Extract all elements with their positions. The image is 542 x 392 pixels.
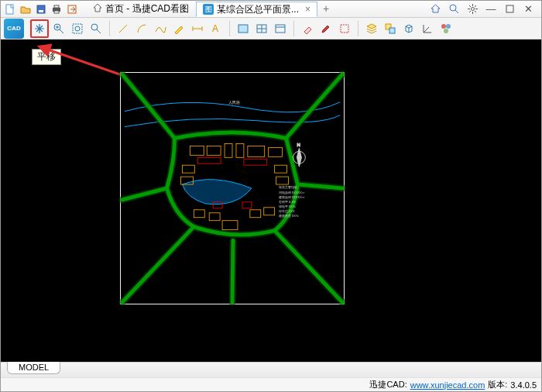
cad-viewport: N 规划主要指标 用地面积 XXXXX㎡ 建筑面积 XXXXX㎡ 容积率 X.X…	[120, 72, 345, 304]
svg-line-17	[469, 11, 471, 12]
menu-bar: 首页 - 迅捷CAD看图 图 某综合区总平面景... × + — ✕	[1, 1, 541, 18]
svg-text:人民路: 人民路	[228, 100, 240, 105]
svg-point-9	[471, 8, 474, 11]
save-icon[interactable]	[35, 3, 47, 15]
arc-button[interactable]	[133, 20, 150, 37]
svg-text:规划主要指标: 规划主要指标	[279, 185, 297, 189]
zoom-in-icon[interactable]	[448, 4, 459, 15]
svg-rect-40	[389, 28, 395, 33]
svg-rect-36	[276, 25, 285, 33]
layers-button[interactable]	[363, 20, 380, 37]
new-file-icon[interactable]	[4, 3, 16, 15]
home2-icon[interactable]	[430, 4, 441, 15]
svg-point-45	[446, 24, 451, 29]
svg-rect-0	[6, 5, 13, 14]
svg-line-43	[424, 27, 429, 33]
svg-line-26	[97, 29, 101, 33]
svg-line-20	[60, 29, 63, 33]
tab-file-badge: 图	[203, 4, 214, 15]
svg-text:N: N	[297, 143, 300, 147]
svg-line-8	[455, 10, 458, 13]
status-brand: 迅捷CAD:	[369, 379, 406, 390]
minimize-icon[interactable]: —	[485, 4, 496, 15]
export-icon[interactable]	[66, 3, 78, 15]
spline-button[interactable]	[152, 20, 169, 37]
zoom-extents-button[interactable]	[69, 20, 86, 37]
svg-point-7	[450, 5, 456, 11]
svg-point-24	[75, 26, 80, 31]
close-icon[interactable]: ✕	[523, 4, 533, 15]
status-url-link[interactable]: www.xunjiecad.com	[410, 380, 485, 390]
swap-button[interactable]	[382, 20, 399, 37]
plus-icon: +	[323, 2, 329, 15]
rect-select-button[interactable]	[336, 20, 353, 37]
fit-button[interactable]	[87, 20, 105, 37]
table-button[interactable]	[253, 20, 270, 37]
svg-point-25	[91, 24, 98, 30]
svg-rect-18	[506, 5, 513, 12]
svg-text:A: A	[212, 23, 218, 34]
tab-file[interactable]: 图 某综合区总平面景... ×	[196, 2, 317, 17]
pan-button[interactable]	[30, 19, 49, 38]
svg-rect-38	[341, 25, 348, 33]
brush-button[interactable]	[317, 20, 334, 37]
tab-file-label: 某综合区总平面景...	[217, 3, 299, 16]
svg-rect-5	[54, 11, 59, 13]
bottom-tabs: MODEL	[1, 362, 541, 377]
box3d-button[interactable]	[400, 20, 417, 37]
svg-text:建筑面积 XXXXX㎡: 建筑面积 XXXXX㎡	[278, 195, 305, 199]
svg-rect-4	[54, 5, 59, 8]
svg-point-46	[444, 29, 448, 33]
svg-rect-32	[238, 25, 248, 33]
app-window: 首页 - 迅捷CAD看图 图 某综合区总平面景... × + — ✕ CAD	[0, 0, 542, 392]
tab-add[interactable]: +	[317, 1, 334, 16]
status-version: 3.4.0.5	[510, 380, 537, 390]
status-bar: 迅捷CAD: www.xunjiecad.com 版本: 3.4.0.5	[1, 377, 541, 391]
layer-properties-button[interactable]	[272, 20, 289, 37]
svg-text:用地面积 XXXXX㎡: 用地面积 XXXXX㎡	[279, 191, 305, 194]
app-logo: CAD	[4, 19, 24, 39]
svg-rect-23	[73, 24, 82, 33]
tab-home-label: 首页 - 迅捷CAD看图	[105, 2, 189, 15]
toolbar: CAD A	[1, 18, 541, 40]
tab-home[interactable]: 首页 - 迅捷CAD看图	[86, 1, 196, 16]
gear-icon[interactable]	[467, 4, 478, 15]
maximize-icon[interactable]	[504, 4, 515, 15]
tab-host: 首页 - 迅捷CAD看图 图 某综合区总平面景... × +	[86, 1, 334, 17]
svg-text:建筑密度 XX%: 建筑密度 XX%	[278, 214, 299, 218]
svg-point-44	[441, 24, 446, 29]
coords-button[interactable]	[419, 20, 436, 37]
status-version-label: 版本:	[488, 379, 507, 390]
svg-line-15	[475, 11, 476, 12]
dimension-button[interactable]	[189, 20, 206, 37]
image-button[interactable]	[235, 20, 252, 37]
home-icon	[93, 3, 102, 15]
palette-button[interactable]	[437, 20, 455, 37]
svg-line-14	[469, 5, 471, 7]
text-button[interactable]: A	[208, 20, 225, 37]
window-buttons: — ✕	[425, 4, 538, 15]
svg-text:绿地率 XX%: 绿地率 XX%	[279, 205, 296, 208]
open-folder-icon[interactable]	[19, 3, 32, 15]
highlight-button[interactable]	[170, 20, 187, 37]
svg-text:容积率 X.XX: 容积率 X.XX	[279, 200, 296, 204]
zoom-window-button[interactable]	[50, 20, 67, 37]
svg-line-16	[475, 5, 476, 7]
tab-close-icon[interactable]: ×	[305, 4, 310, 15]
svg-text:停车位 XXX: 停车位 XXX	[279, 209, 295, 213]
model-tab[interactable]: MODEL	[7, 362, 60, 374]
svg-rect-2	[39, 10, 43, 12]
measure-line-button[interactable]	[115, 20, 132, 37]
tooltip-pan: 平移	[32, 49, 61, 65]
print-icon[interactable]	[50, 3, 63, 15]
svg-line-27	[119, 25, 127, 33]
drawing-canvas[interactable]: 平移	[1, 40, 541, 362]
eraser-button[interactable]	[299, 20, 316, 37]
